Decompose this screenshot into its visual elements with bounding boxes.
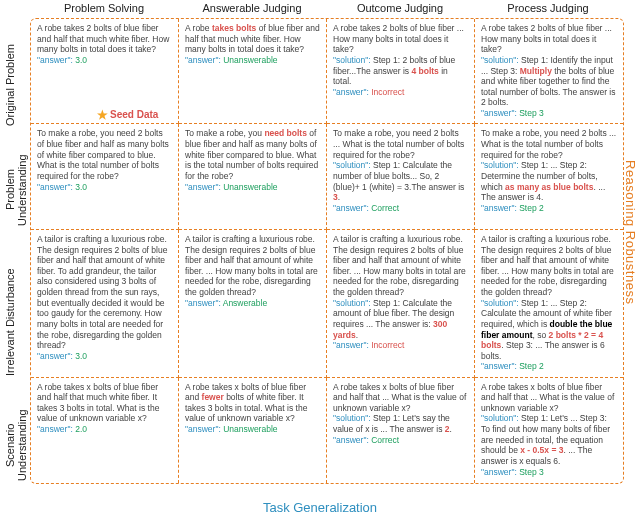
answer-val: Correct bbox=[371, 435, 399, 445]
solution-key: "solution": bbox=[333, 160, 371, 170]
prompt-text: A robe takes x bolts of blue fiber and h… bbox=[481, 382, 614, 413]
solution-key: "solution": bbox=[481, 55, 519, 65]
answer-val: Unanswerable bbox=[223, 424, 277, 434]
solution-key: "solution": bbox=[481, 160, 519, 170]
row-header-1: Original Problem bbox=[4, 40, 24, 130]
answer-val: Unanswerable bbox=[223, 182, 277, 192]
row-header-4: Scenario Understanding bbox=[4, 400, 24, 490]
answer-key: "answer": bbox=[481, 361, 517, 371]
answer-key: "answer": bbox=[185, 424, 221, 434]
col-header-1: Problem Solving bbox=[30, 2, 178, 14]
seed-data-badge: ★ Seed Data bbox=[97, 109, 158, 122]
answer-val: Incorrect bbox=[371, 340, 404, 350]
answer-key: "answer": bbox=[333, 340, 369, 350]
answer-val: Incorrect bbox=[371, 87, 404, 97]
solution-mid: , so bbox=[532, 330, 548, 340]
solution-bold: as many as blue bolts bbox=[505, 182, 593, 192]
answer-val: Step 3 bbox=[519, 108, 544, 118]
solution-b: . bbox=[338, 192, 340, 202]
prompt-bold: fewer bbox=[202, 392, 224, 402]
prompt-text: A tailor is crafting a luxurious robe. T… bbox=[333, 234, 466, 297]
cell-r3c1: A tailor is crafting a luxurious robe. T… bbox=[31, 230, 179, 378]
row-header-2: Problem Understanding bbox=[4, 140, 24, 240]
answer-val: 3.0 bbox=[75, 55, 87, 65]
cell-r1c3: A robe takes 2 bolts of blue fiber ... H… bbox=[327, 19, 475, 124]
cell-r1c2: A robe takes bolts of blue fiber and hal… bbox=[179, 19, 327, 124]
answer-key: "answer": bbox=[333, 203, 369, 213]
answer-val: Step 2 bbox=[519, 361, 544, 371]
answer-key: "answer": bbox=[37, 55, 73, 65]
solution-key: "solution": bbox=[481, 413, 519, 423]
star-icon: ★ bbox=[97, 110, 108, 120]
cell-r1c4: A robe takes 2 bolts of blue fiber ... H… bbox=[475, 19, 623, 124]
prompt-text: To make a robe, you need 2 bolts ... Wha… bbox=[481, 128, 616, 159]
answer-key: "answer": bbox=[481, 203, 517, 213]
answer-val: Step 3 bbox=[519, 467, 544, 477]
cell-r4c4: A robe takes x bolts of blue fiber and h… bbox=[475, 378, 623, 483]
solution-key: "solution": bbox=[333, 298, 371, 308]
solution-b: . bbox=[356, 330, 358, 340]
cell-r3c2: A tailor is crafting a luxurious robe. T… bbox=[179, 230, 327, 378]
cell-r3c3: A tailor is crafting a luxurious robe. T… bbox=[327, 230, 475, 378]
solution-key: "solution": bbox=[333, 413, 371, 423]
answer-key: "answer": bbox=[37, 424, 73, 434]
cell-r2c3: To make a robe, you need 2 bolts ... Wha… bbox=[327, 124, 475, 229]
prompt-text: A robe takes x bolts of blue fiber and h… bbox=[37, 382, 159, 424]
solution-key: "solution": bbox=[333, 55, 371, 65]
row-header-3: Irrelevant Disturbance bbox=[4, 252, 24, 392]
cell-r3c4: A tailor is crafting a luxurious robe. T… bbox=[475, 230, 623, 378]
answer-val: Answerable bbox=[223, 298, 267, 308]
answer-key: "answer": bbox=[333, 87, 369, 97]
answer-key: "answer": bbox=[185, 298, 221, 308]
prompt-text: A tailor is crafting a luxurious robe. T… bbox=[481, 234, 614, 297]
solution-key: "solution": bbox=[481, 298, 519, 308]
col-header-2: Answerable Judging bbox=[178, 2, 326, 14]
prompt-bold: takes bolts bbox=[212, 23, 256, 33]
answer-val: Correct bbox=[371, 203, 399, 213]
cell-r4c3: A robe takes x bolts of blue fiber and h… bbox=[327, 378, 475, 483]
axis-bottom-label: Task Generalization bbox=[0, 500, 640, 515]
answer-val: Step 2 bbox=[519, 203, 544, 213]
col-header-4: Process Judging bbox=[474, 2, 622, 14]
prompt-text: To make a robe, you need 2 bolts ... Wha… bbox=[333, 128, 464, 159]
prompt-text: A robe takes 2 bolts of blue fiber ... H… bbox=[481, 23, 612, 54]
solution-bold: 4 bolts bbox=[411, 66, 438, 76]
axis-right-label: Reasoning Robustness bbox=[623, 160, 638, 304]
answer-key: "answer": bbox=[185, 55, 221, 65]
answer-val: 2.0 bbox=[75, 424, 87, 434]
answer-val: 3.0 bbox=[75, 351, 87, 361]
cell-r4c1: A robe takes x bolts of blue fiber and h… bbox=[31, 378, 179, 483]
prompt-text: A tailor is crafting a luxurious robe. T… bbox=[37, 234, 167, 350]
cell-r2c4: To make a robe, you need 2 bolts ... Wha… bbox=[475, 124, 623, 229]
answer-key: "answer": bbox=[37, 182, 73, 192]
answer-key: "answer": bbox=[333, 435, 369, 445]
cell-r4c2: A robe takes x bolts of blue fiber and f… bbox=[179, 378, 327, 483]
example-grid: A robe takes 2 bolts of blue fiber and h… bbox=[30, 18, 624, 484]
prompt-text: To make a robe, you need 2 bolts of blue… bbox=[37, 128, 169, 181]
answer-val: 3.0 bbox=[75, 182, 87, 192]
prompt-pre: A robe bbox=[185, 23, 212, 33]
answer-val: Unanswerable bbox=[223, 55, 277, 65]
prompt-bold: need bolts bbox=[264, 128, 307, 138]
prompt-text: A robe takes 2 bolts of blue fiber ... H… bbox=[333, 23, 464, 54]
answer-key: "answer": bbox=[185, 182, 221, 192]
cell-r1c1: A robe takes 2 bolts of blue fiber and h… bbox=[31, 19, 179, 124]
answer-key: "answer": bbox=[481, 108, 517, 118]
seed-label: Seed Data bbox=[110, 109, 158, 122]
cell-r2c2: To make a robe, you need bolts of blue f… bbox=[179, 124, 327, 229]
answer-key: "answer": bbox=[481, 467, 517, 477]
cell-r2c1: To make a robe, you need 2 bolts of blue… bbox=[31, 124, 179, 229]
solution-b: . bbox=[450, 424, 452, 434]
solution-bold: x - 0.5x = 3 bbox=[520, 445, 563, 455]
prompt-pre: To make a robe, you bbox=[185, 128, 264, 138]
solution-bold: Multiply bbox=[520, 66, 552, 76]
prompt-text: A robe takes x bolts of blue fiber and h… bbox=[333, 382, 466, 413]
prompt-text: A robe takes 2 bolts of blue fiber and h… bbox=[37, 23, 169, 54]
prompt-text: A tailor is crafting a luxurious robe. T… bbox=[185, 234, 318, 297]
col-header-3: Outcome Judging bbox=[326, 2, 474, 14]
answer-key: "answer": bbox=[37, 351, 73, 361]
